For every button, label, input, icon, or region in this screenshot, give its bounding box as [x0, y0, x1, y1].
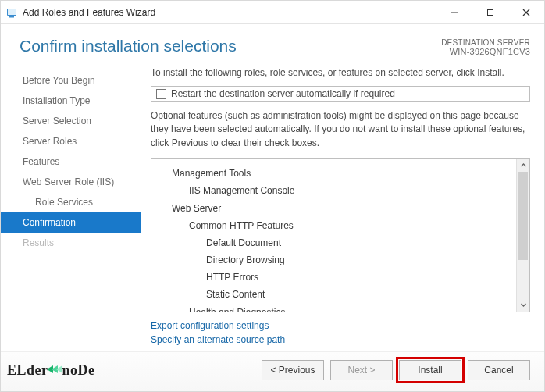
- wizard-steps-sidebar: Before You Begin Installation Type Serve…: [1, 64, 141, 351]
- footer-buttons: < Previous Next > Install Cancel: [262, 360, 530, 380]
- links: Export configuration settings Specify an…: [151, 312, 530, 351]
- svg-rect-2: [9, 16, 14, 18]
- scroll-up-button[interactable]: [517, 159, 529, 172]
- tree-item: IIS Management Console: [172, 182, 511, 199]
- step-confirmation[interactable]: Confirmation: [1, 212, 141, 233]
- selections-tree: Management Tools IIS Management Console …: [151, 159, 516, 312]
- step-web-server-role[interactable]: Web Server Role (IIS): [1, 172, 141, 192]
- step-before-you-begin[interactable]: Before You Begin: [1, 70, 141, 91]
- brand-watermark: ELder noDe: [1, 362, 262, 379]
- specify-source-link[interactable]: Specify an alternate source path: [151, 333, 530, 347]
- tree-item: Health and Diagnostics: [172, 304, 511, 312]
- install-button[interactable]: Install: [399, 360, 461, 380]
- maximize-button[interactable]: [472, 1, 508, 24]
- page-title: Confirm installation selections: [20, 37, 441, 55]
- tree-item: Directory Browsing: [172, 251, 511, 269]
- next-button: Next >: [330, 360, 393, 380]
- step-results: Results: [1, 233, 141, 253]
- destination-server: DESTINATION SERVER WIN-3926QNF1CV3: [441, 37, 530, 56]
- step-server-roles[interactable]: Server Roles: [1, 131, 141, 151]
- intro-text: To install the following roles, role ser…: [151, 67, 530, 78]
- restart-checkbox[interactable]: [156, 89, 166, 99]
- app-icon: [5, 6, 18, 19]
- tree-item: Web Server: [172, 200, 511, 217]
- main-panel: To install the following roles, role ser…: [141, 64, 544, 351]
- tree-item: Management Tools: [172, 165, 511, 182]
- brand-text-pre: ELder: [7, 362, 48, 379]
- svg-rect-1: [8, 9, 16, 15]
- step-features[interactable]: Features: [1, 151, 141, 172]
- window-controls: [436, 1, 544, 24]
- cancel-button[interactable]: Cancel: [468, 360, 530, 380]
- restart-checkbox-label: Restart the destination server automatic…: [171, 88, 395, 99]
- destination-server-name: WIN-3926QNF1CV3: [441, 47, 530, 56]
- tree-item: Static Content: [172, 286, 511, 303]
- tree-item: Default Document: [172, 234, 511, 251]
- svg-rect-4: [488, 9, 493, 15]
- tree-item: Common HTTP Features: [172, 217, 511, 234]
- wizard-window: Add Roles and Features Wizard Confirm in…: [0, 0, 545, 392]
- destination-label: DESTINATION SERVER: [441, 38, 530, 47]
- close-button[interactable]: [508, 1, 544, 24]
- optional-features-note: Optional features (such as administratio…: [151, 109, 530, 150]
- scroll-thumb[interactable]: [518, 172, 528, 260]
- footer: ELder noDe < Previous Next > Install Can…: [1, 351, 544, 391]
- scroll-track[interactable]: [517, 172, 529, 298]
- vertical-scrollbar[interactable]: [516, 159, 529, 312]
- minimize-button[interactable]: [436, 1, 472, 24]
- brand-arrow-icon: [47, 362, 64, 379]
- export-config-link[interactable]: Export configuration settings: [151, 319, 530, 333]
- scroll-down-button[interactable]: [517, 298, 529, 312]
- tree-item: HTTP Errors: [172, 269, 511, 286]
- step-role-services[interactable]: Role Services: [1, 192, 141, 212]
- titlebar: Add Roles and Features Wizard: [1, 1, 544, 24]
- window-title: Add Roles and Features Wizard: [23, 7, 436, 18]
- page-header: Confirm installation selections DESTINAT…: [1, 24, 544, 64]
- step-server-selection[interactable]: Server Selection: [1, 111, 141, 131]
- restart-checkbox-row[interactable]: Restart the destination server automatic…: [151, 86, 530, 102]
- brand-text-post: noDe: [62, 362, 95, 379]
- previous-button[interactable]: < Previous: [262, 360, 324, 380]
- body: Before You Begin Installation Type Serve…: [1, 64, 544, 351]
- step-installation-type[interactable]: Installation Type: [1, 91, 141, 111]
- selections-listbox: Management Tools IIS Management Console …: [151, 158, 530, 312]
